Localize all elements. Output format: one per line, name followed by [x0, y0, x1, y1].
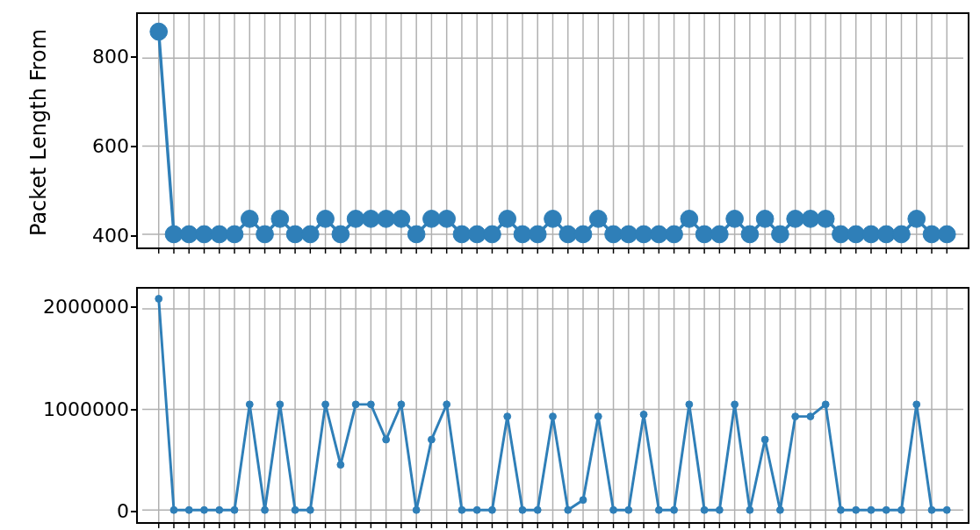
- svg-point-276: [231, 506, 238, 513]
- svg-point-317: [853, 506, 860, 513]
- svg-point-147: [726, 211, 744, 228]
- svg-point-314: [807, 413, 814, 420]
- svg-point-295: [519, 506, 526, 513]
- svg-point-310: [746, 506, 753, 513]
- svg-point-274: [201, 506, 208, 513]
- svg-point-294: [504, 413, 511, 420]
- svg-point-282: [322, 401, 329, 408]
- svg-point-150: [772, 226, 789, 243]
- svg-point-129: [453, 226, 471, 243]
- svg-point-127: [423, 211, 441, 228]
- svg-point-160: [923, 226, 940, 243]
- svg-point-126: [407, 226, 425, 243]
- svg-point-116: [256, 226, 274, 243]
- svg-point-290: [443, 401, 450, 408]
- svg-point-312: [776, 506, 783, 513]
- svg-point-135: [544, 211, 562, 228]
- svg-point-284: [352, 401, 359, 408]
- axes-bytes: [136, 287, 969, 524]
- svg-point-299: [580, 497, 587, 504]
- svg-point-112: [196, 226, 213, 243]
- svg-point-145: [695, 226, 713, 243]
- svg-point-132: [499, 211, 516, 228]
- svg-point-281: [306, 506, 313, 513]
- svg-point-273: [185, 506, 192, 513]
- svg-point-122: [347, 211, 364, 228]
- svg-point-149: [756, 211, 774, 228]
- svg-point-133: [514, 226, 531, 243]
- svg-point-319: [883, 506, 890, 513]
- svg-point-307: [701, 506, 708, 513]
- y-tick-label: 600: [0, 135, 134, 157]
- svg-point-118: [286, 226, 304, 243]
- svg-point-120: [317, 211, 335, 228]
- svg-point-291: [458, 506, 465, 513]
- svg-point-110: [165, 226, 183, 243]
- svg-point-161: [938, 226, 955, 243]
- svg-point-137: [574, 226, 592, 243]
- svg-point-121: [332, 226, 349, 243]
- svg-point-289: [428, 436, 435, 443]
- y-tick-label: 400: [0, 225, 134, 247]
- svg-point-304: [655, 506, 662, 513]
- svg-point-156: [862, 226, 880, 243]
- y-tick-label: 1000000: [0, 398, 134, 420]
- svg-point-272: [170, 506, 177, 513]
- y-tick-label: 0: [0, 500, 134, 522]
- svg-point-157: [877, 226, 895, 243]
- svg-point-286: [383, 436, 390, 443]
- y-tick-label: 2000000: [0, 296, 134, 318]
- svg-point-292: [473, 506, 480, 513]
- svg-point-153: [817, 211, 834, 228]
- svg-point-159: [908, 211, 926, 228]
- axes-packet-length: [136, 12, 969, 249]
- y-tick-label: 800: [0, 46, 134, 68]
- svg-point-287: [398, 401, 405, 408]
- plot-bytes: [138, 289, 968, 522]
- svg-point-321: [913, 401, 920, 408]
- svg-point-308: [716, 506, 723, 513]
- svg-point-142: [650, 226, 667, 243]
- svg-point-155: [847, 226, 865, 243]
- svg-point-143: [666, 226, 683, 243]
- svg-point-146: [711, 226, 729, 243]
- svg-point-138: [589, 211, 607, 228]
- svg-point-297: [550, 413, 557, 420]
- svg-point-280: [292, 506, 299, 513]
- svg-point-134: [529, 226, 546, 243]
- svg-point-158: [893, 226, 911, 243]
- svg-point-283: [337, 462, 344, 469]
- svg-point-298: [565, 506, 572, 513]
- svg-point-115: [241, 211, 258, 228]
- figure: Packet Length From 400600800010000002000…: [0, 0, 980, 530]
- svg-point-301: [610, 506, 617, 513]
- svg-point-279: [277, 401, 284, 408]
- svg-point-318: [868, 506, 875, 513]
- svg-point-154: [832, 226, 850, 243]
- svg-point-124: [378, 211, 395, 228]
- svg-point-313: [792, 413, 799, 420]
- svg-point-152: [802, 211, 819, 228]
- svg-point-316: [838, 506, 845, 513]
- svg-point-309: [731, 401, 739, 408]
- svg-point-271: [155, 296, 162, 303]
- svg-point-140: [620, 226, 638, 243]
- svg-point-300: [594, 413, 602, 420]
- svg-point-131: [484, 226, 501, 243]
- svg-point-139: [605, 226, 623, 243]
- svg-point-114: [226, 226, 243, 243]
- svg-point-113: [211, 226, 228, 243]
- svg-point-306: [686, 401, 693, 408]
- svg-point-130: [468, 226, 486, 243]
- svg-point-305: [671, 506, 678, 513]
- svg-point-148: [741, 226, 759, 243]
- svg-point-128: [438, 211, 456, 228]
- svg-point-119: [301, 226, 319, 243]
- svg-point-320: [898, 506, 905, 513]
- svg-point-278: [262, 506, 269, 513]
- svg-point-315: [822, 401, 829, 408]
- svg-point-322: [928, 506, 935, 513]
- svg-point-303: [640, 411, 647, 418]
- svg-point-275: [216, 506, 223, 513]
- svg-point-293: [489, 506, 496, 513]
